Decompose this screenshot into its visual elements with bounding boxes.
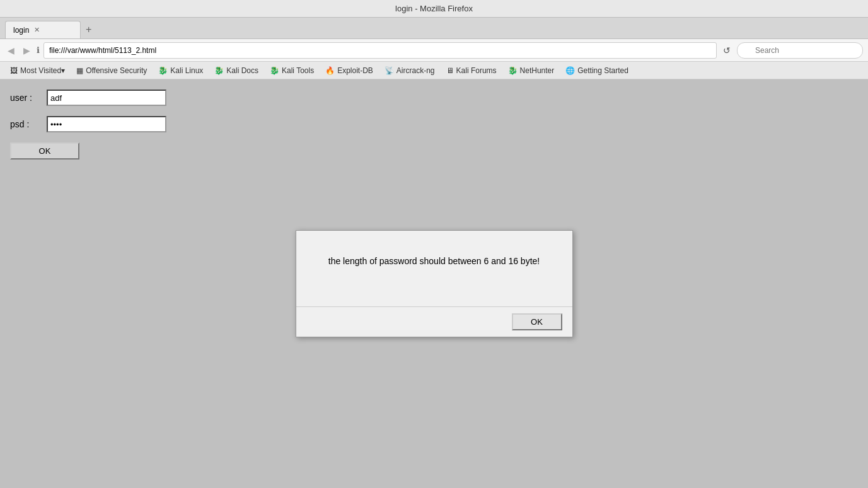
- most-visited-icon: 🖼: [10, 66, 18, 75]
- dialog-ok-button[interactable]: OK: [512, 313, 562, 330]
- exploit-db-icon: 🔥: [325, 66, 335, 75]
- kali-docs-icon: 🐉: [214, 66, 224, 75]
- bookmark-kali-linux[interactable]: 🐉 Kali Linux: [153, 65, 208, 76]
- bookmark-label: Getting Started: [577, 66, 628, 75]
- aircrack-icon: 📡: [385, 66, 394, 75]
- dialog-overlay: the length of password should between 6 …: [0, 79, 868, 488]
- kali-tools-icon: 🐉: [270, 66, 279, 75]
- getting-started-icon: 🌐: [565, 66, 575, 75]
- bookmark-aircrack[interactable]: 📡 Aircrack-ng: [379, 65, 440, 76]
- forward-button[interactable]: ▶: [21, 44, 33, 57]
- offensive-security-icon: ▦: [76, 66, 83, 75]
- bookmark-kali-docs[interactable]: 🐉 Kali Docs: [209, 65, 263, 76]
- info-icon: ℹ: [37, 45, 40, 55]
- dialog-content: the length of password should between 6 …: [296, 231, 572, 306]
- nethunter-icon: 🐉: [508, 66, 518, 75]
- search-container: 🔍: [737, 42, 863, 59]
- bookmark-kali-tools[interactable]: 🐉 Kali Tools: [265, 65, 319, 76]
- bookmark-getting-started[interactable]: 🌐 Getting Started: [560, 65, 634, 76]
- back-button[interactable]: ◀: [5, 44, 17, 57]
- bookmark-exploit-db[interactable]: 🔥 Exploit-DB: [320, 65, 378, 76]
- bookmark-label: Exploit-DB: [337, 66, 373, 75]
- bookmark-label: NetHunter: [520, 66, 555, 75]
- dialog-message: the length of password should between 6 …: [328, 256, 540, 266]
- bookmark-label: Most Visited▾: [20, 66, 65, 75]
- tab-label: login: [13, 26, 29, 35]
- dialog-footer: OK: [296, 306, 572, 337]
- bookmarks-bar: 🖼 Most Visited▾ ▦ Offensive Security 🐉 K…: [0, 62, 868, 79]
- bookmark-nethunter[interactable]: 🐉 NetHunter: [503, 65, 560, 76]
- kali-forums-icon: 🖥: [446, 66, 454, 75]
- bookmark-offensive-security[interactable]: ▦ Offensive Security: [71, 65, 152, 76]
- bookmark-label: Kali Linux: [170, 66, 203, 75]
- title-bar: login - Mozilla Firefox: [0, 0, 868, 18]
- address-input[interactable]: [43, 42, 717, 59]
- bookmark-most-visited[interactable]: 🖼 Most Visited▾: [5, 65, 70, 76]
- bookmark-kali-forums[interactable]: 🖥 Kali Forums: [441, 65, 502, 76]
- search-input[interactable]: [737, 42, 863, 59]
- reload-button[interactable]: ↺: [720, 44, 733, 57]
- new-tab-button[interactable]: +: [81, 21, 96, 38]
- bookmark-label: Aircrack-ng: [396, 66, 435, 75]
- tab-bar: login ✕ +: [0, 18, 868, 39]
- tab-login[interactable]: login ✕: [5, 21, 81, 38]
- dialog-box: the length of password should between 6 …: [296, 230, 573, 337]
- bookmark-label: Offensive Security: [86, 66, 147, 75]
- kali-linux-icon: 🐉: [158, 66, 168, 75]
- tab-close-icon[interactable]: ✕: [34, 26, 40, 34]
- bookmark-label: Kali Tools: [282, 66, 314, 75]
- bookmark-label: Kali Docs: [226, 66, 258, 75]
- address-bar: ◀ ▶ ℹ ↺ 🔍: [0, 39, 868, 62]
- page-content: user : psd : OK the length of password s…: [0, 79, 868, 488]
- bookmark-label: Kali Forums: [456, 66, 497, 75]
- window-title: login - Mozilla Firefox: [395, 4, 473, 13]
